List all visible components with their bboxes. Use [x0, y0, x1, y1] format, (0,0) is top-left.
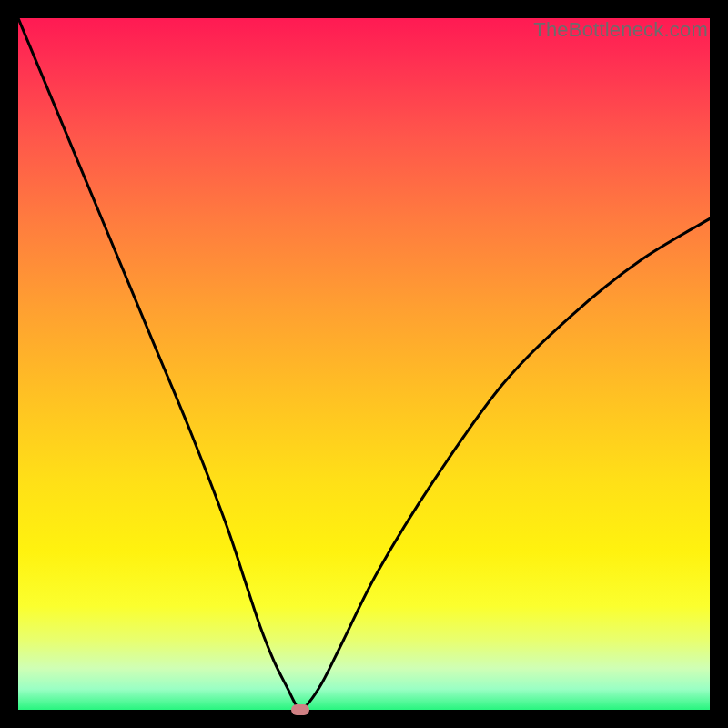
minimum-marker [291, 704, 309, 715]
watermark-text: TheBottleneck.com [533, 18, 708, 42]
chart-frame: TheBottleneck.com [18, 18, 710, 710]
bottleneck-curve [18, 18, 710, 710]
